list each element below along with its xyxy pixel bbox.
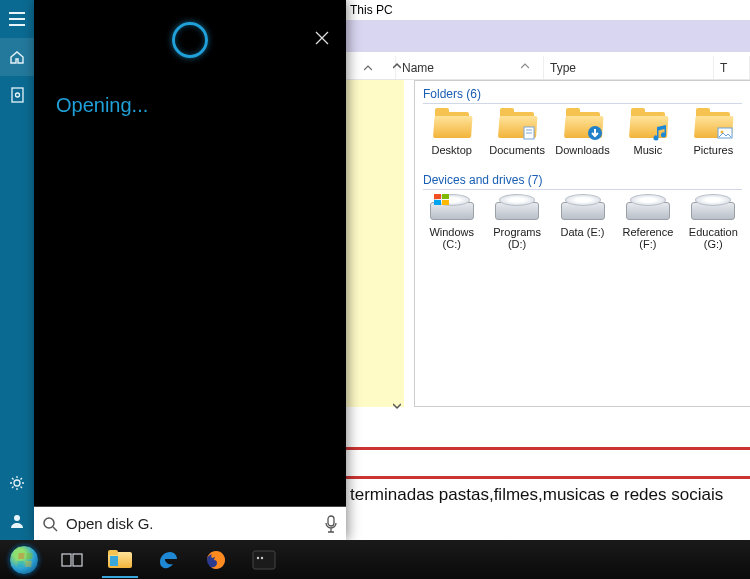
group-drives-count: 7 [532, 173, 539, 187]
svg-point-11 [16, 93, 20, 97]
terminal-icon [252, 550, 276, 570]
column-type[interactable]: Type [544, 56, 714, 79]
rail-feedback[interactable] [0, 502, 34, 540]
svg-rect-6 [434, 194, 441, 199]
drive-icon [626, 194, 670, 222]
svg-line-15 [53, 527, 57, 531]
divider [423, 103, 742, 104]
taskbar-edge[interactable] [144, 540, 192, 579]
folder-label: Downloads [552, 144, 613, 157]
drive-icon [495, 194, 539, 222]
pic-badge-icon [716, 124, 734, 142]
drive-item[interactable]: Reference (F:) [617, 194, 678, 251]
chevron-up-icon [364, 64, 372, 72]
drive-item[interactable]: Programs (D:) [486, 194, 547, 251]
svg-rect-16 [328, 516, 334, 526]
cortana-side-rail [0, 0, 34, 540]
home-icon [9, 49, 25, 65]
folder-item[interactable]: Music [617, 108, 678, 157]
explorer-content: Folders (6) DesktopDocumentsDownloadsMus… [414, 80, 750, 407]
cortana-search-input[interactable] [66, 515, 316, 532]
rail-settings[interactable] [0, 464, 34, 502]
ribbon-bar [346, 20, 750, 52]
hamburger-icon [9, 12, 25, 26]
rail-menu[interactable] [0, 0, 34, 38]
svg-point-14 [44, 518, 54, 528]
drive-item[interactable]: Data (E:) [552, 194, 613, 251]
folders-grid: DesktopDocumentsDownloadsMusicPictures [415, 108, 750, 167]
taskbar-terminal[interactable] [240, 540, 288, 579]
start-orb-icon [9, 545, 39, 575]
svg-rect-7 [442, 194, 449, 199]
cortana-status-text: Opening... [56, 94, 324, 117]
svg-point-12 [14, 480, 20, 486]
taskbar [0, 540, 750, 579]
gear-icon [9, 475, 25, 491]
firefox-icon [204, 548, 228, 572]
window-title: This PC [346, 0, 750, 20]
drive-item[interactable]: Education (G:) [683, 194, 744, 251]
svg-rect-9 [442, 200, 449, 205]
drive-icon [430, 194, 474, 222]
group-folders-header[interactable]: Folders (6) [415, 81, 750, 103]
cortana-logo-icon [172, 22, 208, 58]
folder-label: Desktop [421, 144, 482, 157]
cortana-search-bar[interactable] [34, 506, 346, 540]
folder-item[interactable]: Desktop [421, 108, 482, 157]
svg-rect-18 [73, 554, 82, 566]
nav-pane-highlight [346, 80, 404, 407]
column-extra[interactable]: T [714, 56, 750, 79]
taskbar-explorer[interactable] [96, 540, 144, 579]
column-headers: Name Type T [346, 56, 750, 80]
drive-label: Education (G:) [683, 226, 744, 251]
drive-label: Reference (F:) [617, 226, 678, 251]
folder-item[interactable]: Documents [486, 108, 547, 157]
column-name-label: Name [402, 61, 434, 75]
drive-item[interactable]: Windows (C:) [421, 194, 482, 251]
rail-home[interactable] [0, 38, 34, 76]
folder-label: Pictures [683, 144, 744, 157]
close-button[interactable] [308, 24, 336, 52]
svg-rect-10 [12, 88, 23, 102]
svg-rect-20 [253, 551, 275, 569]
drive-icon [691, 194, 735, 222]
folder-icon [433, 108, 471, 140]
nav-scroll-up[interactable] [389, 58, 405, 74]
folder-label: Documents [486, 144, 547, 157]
group-drives-header[interactable]: Devices and drives (7) [415, 167, 750, 189]
folder-icon [108, 550, 132, 570]
svg-point-22 [261, 556, 263, 558]
cortana-body: Opening... [34, 78, 346, 506]
edge-icon [156, 548, 180, 572]
group-drives-label: Devices and drives [423, 173, 524, 187]
taskbar-firefox[interactable] [192, 540, 240, 579]
rail-notebook[interactable] [0, 76, 34, 114]
down-badge-icon [586, 124, 604, 142]
drive-label: Windows (C:) [421, 226, 482, 251]
drives-grid: Windows (C:)Programs (D:)Data (E:)Refere… [415, 194, 750, 261]
cortana-panel: Opening... [34, 0, 346, 540]
task-view-button[interactable] [48, 540, 96, 579]
microphone-icon[interactable] [324, 515, 338, 533]
chevron-up-icon [393, 62, 401, 70]
sort-caret-icon [521, 62, 529, 70]
column-name[interactable]: Name [396, 56, 544, 79]
svg-point-21 [257, 556, 259, 558]
search-icon [42, 516, 58, 532]
folder-icon [564, 108, 602, 140]
nav-scroll-down[interactable] [389, 398, 405, 414]
folder-item[interactable]: Pictures [683, 108, 744, 157]
group-folders-count: 6 [470, 87, 477, 101]
music-badge-icon [651, 124, 669, 142]
svg-point-13 [14, 515, 20, 521]
cortana-header [34, 0, 346, 78]
person-icon [9, 513, 25, 529]
start-button[interactable] [0, 540, 48, 579]
folder-icon [629, 108, 667, 140]
folder-item[interactable]: Downloads [552, 108, 613, 157]
folder-icon [498, 108, 536, 140]
divider [423, 189, 742, 190]
close-icon [314, 30, 330, 46]
svg-rect-8 [434, 200, 441, 205]
folder-icon [694, 108, 732, 140]
